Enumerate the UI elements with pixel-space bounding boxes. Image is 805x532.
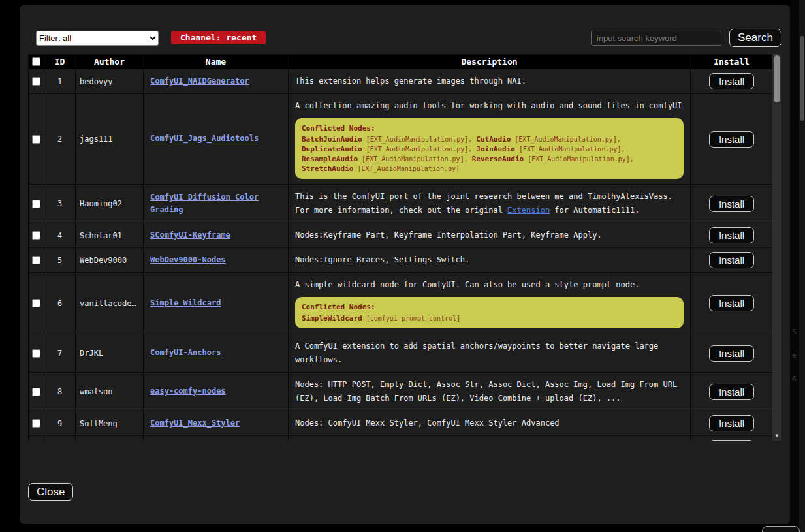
cell-author: Scholar01 [76, 223, 144, 247]
cell-install: Install [691, 94, 773, 184]
node-name-link[interactable]: easy-comfy-nodes [150, 385, 226, 398]
row-checkbox[interactable] [32, 200, 40, 208]
node-name-link[interactable]: WebDev9000-Nodes [150, 254, 226, 266]
cell-name: ComfyUI_Mexx_Styler [144, 411, 289, 435]
description-link[interactable]: Extension [507, 206, 550, 215]
table-header: ID Author Name Description Install [28, 54, 772, 69]
install-button[interactable]: Install [709, 415, 754, 431]
row-checkbox-cell [29, 248, 44, 272]
install-button[interactable]: Install [709, 196, 754, 212]
conflicted-nodes-list: BatchJoinAudio [EXT_AudioManipulation.py… [302, 134, 677, 174]
row-checkbox-cell [29, 185, 44, 223]
install-button[interactable]: Install [709, 440, 754, 441]
select-all-checkbox[interactable] [32, 57, 40, 66]
table-row: 5WebDev9000WebDev9000-NodesNodes:Ignore … [28, 248, 772, 273]
description-text: Nodes:Keyframe Part, Keyframe Interpolat… [289, 223, 690, 247]
cell-id: 1 [44, 69, 76, 93]
cell-id: 4 [44, 223, 76, 247]
row-checkbox[interactable] [32, 135, 40, 144]
cell-install: Install [691, 373, 773, 411]
row-checkbox[interactable] [32, 388, 40, 396]
table-body: 1bedovyyComfyUI_NAIDGeneratorThis extens… [28, 69, 772, 441]
row-checkbox[interactable] [32, 349, 40, 358]
conflict-node-name: JoinAudio [476, 145, 515, 153]
cell-install: Install [691, 185, 773, 223]
cell-install: Install [691, 334, 773, 372]
table-row: 6vanillacode314Simple WildcardA simple w… [28, 273, 772, 334]
row-checkbox[interactable] [32, 299, 40, 307]
node-name-link[interactable]: SComfyUI-Keyframe [150, 229, 230, 242]
cell-id: 6 [44, 273, 76, 334]
conflict-node-name: SimpleWildcard [302, 314, 362, 322]
row-checkbox-cell [29, 436, 44, 441]
conflict-node-source: [EXT_AudioManipulation.py], [362, 136, 477, 143]
node-name-link[interactable]: ComfyUI_Jags_Audiotools [150, 133, 259, 145]
table-row: 1bedovyyComfyUI_NAIDGeneratorThis extens… [28, 69, 772, 94]
node-name-link[interactable]: Simple Wildcard [150, 297, 221, 309]
row-checkbox[interactable] [32, 419, 40, 428]
conflicted-nodes-box: Conflicted Nodes:SimpleWildcard [comfyui… [295, 297, 684, 328]
conflict-node-name: BatchJoinAudio [302, 135, 362, 144]
table-row: 2jags111ComfyUI_Jags_AudiotoolsA collect… [28, 94, 772, 185]
row-checkbox[interactable] [32, 231, 40, 240]
scroll-down-arrow-icon[interactable]: ▼ [772, 433, 781, 439]
conflicted-nodes-box: Conflicted Nodes:BatchJoinAudio [EXT_Aud… [295, 118, 684, 179]
cell-description: Nodes: HTTP POST, Empty Dict, Assoc Str,… [289, 373, 691, 411]
node-name-link[interactable]: ComfyUI-Anchors [150, 347, 221, 359]
cell-author: wmatson [76, 373, 144, 411]
install-button[interactable]: Install [709, 345, 754, 362]
author-text: vanillacode314 [80, 299, 139, 308]
cell-author: SoftMeng [76, 411, 144, 435]
conflicted-nodes-title: Conflicted Nodes: [302, 302, 677, 312]
search-input[interactable] [591, 31, 721, 46]
page-scrollbar[interactable] [799, 0, 805, 532]
conflict-node-name: DuplicateAudio [302, 145, 362, 153]
install-button[interactable]: Install [709, 131, 754, 148]
conflict-node-source: [EXT_AudioManipulation.py], [515, 146, 625, 153]
install-button[interactable]: Install [709, 384, 754, 400]
cell-description: A simple wildcard node for ComfyUI. Can … [289, 273, 691, 334]
cell-description: Nodes: Yolov8Detection, Yolov8Segmentati… [289, 436, 691, 441]
node-name-link[interactable]: ComfyUI_NAIDGenerator [150, 75, 249, 87]
description-text: A ComfyUI extension to add spatial ancho… [289, 334, 690, 372]
install-button[interactable]: Install [709, 252, 754, 268]
cell-name: easy-comfy-nodes [144, 373, 289, 411]
node-name-link[interactable]: ComfyUI Diffusion Color Grading [150, 191, 281, 216]
table-scrollbar[interactable]: ▼ [772, 54, 781, 441]
search-button[interactable]: Search [729, 29, 781, 47]
partial-corner-button [762, 526, 800, 532]
row-checkbox[interactable] [32, 77, 40, 86]
row-checkbox-cell [29, 223, 44, 247]
install-button[interactable]: Install [709, 227, 754, 243]
cell-name: ComfyUI-Anchors [144, 334, 289, 372]
header-author: Author [76, 55, 144, 69]
background-glyph: e [792, 351, 797, 360]
table-row: 8wmatsoneasy-comfy-nodesNodes: HTTP POST… [28, 373, 772, 411]
cell-description: Nodes:Ignore Braces, Settings Switch. [289, 248, 691, 272]
install-button[interactable]: Install [709, 295, 754, 311]
close-button[interactable]: Close [28, 483, 73, 501]
filter-select[interactable]: Filter: all [36, 31, 159, 46]
cell-id: 5 [44, 248, 76, 272]
cell-name: ComfyUI_Jags_Audiotools [144, 94, 289, 184]
author-text: Haoming02 [80, 199, 122, 208]
install-button[interactable]: Install [709, 73, 754, 89]
description-text: Nodes: Yolov8Detection, Yolov8Segmentati… [289, 436, 690, 441]
cell-author: zcfrank1st [76, 436, 144, 441]
conflict-node-source: [EXT_AudioManipulation.py] [353, 165, 460, 172]
table-scrollbar-thumb[interactable] [774, 55, 780, 102]
cell-author: vanillacode314 [76, 273, 144, 334]
node-name-link[interactable]: ComfyUI_Mexx_Styler [150, 417, 240, 430]
row-checkbox-cell [29, 411, 44, 435]
page-scrollbar-thumb[interactable] [800, 36, 804, 121]
cell-description: A ComfyUI extension to add spatial ancho… [289, 334, 691, 372]
author-text: wmatson [80, 387, 113, 396]
cell-id: 9 [44, 411, 76, 435]
author-text: jags111 [80, 134, 113, 144]
conflict-node-name: CutAudio [476, 135, 511, 144]
conflict-node-name: StretchAudio [302, 164, 353, 173]
header-name: Name [144, 55, 289, 69]
cell-id: 3 [44, 185, 76, 223]
cell-id: 8 [44, 373, 76, 411]
row-checkbox[interactable] [32, 256, 40, 264]
